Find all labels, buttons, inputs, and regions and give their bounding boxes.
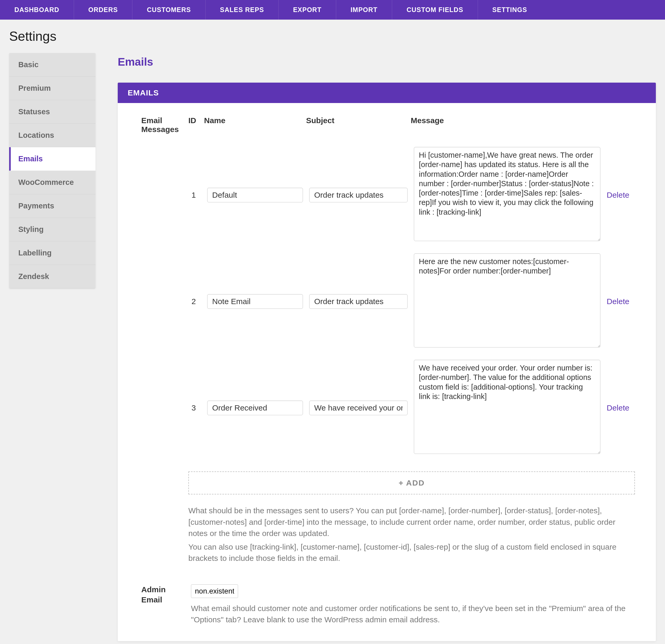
email-message-textarea[interactable] [414, 360, 601, 454]
sidebar-item-woocommerce[interactable]: WooCommerce [9, 171, 95, 194]
email-message-textarea[interactable] [414, 147, 601, 241]
row-id: 2 [188, 248, 204, 354]
email-subject-input[interactable] [309, 188, 407, 202]
sidebar-item-payments[interactable]: Payments [9, 194, 95, 218]
settings-sidebar: BasicPremiumStatusesLocationsEmailsWooCo… [9, 53, 95, 288]
sidebar-item-statuses[interactable]: Statuses [9, 100, 95, 124]
content-area: Emails Emails Email Messages ID Name Sub… [95, 53, 656, 644]
content-title: Emails [118, 56, 656, 68]
sidebar-item-labelling[interactable]: Labelling [9, 241, 95, 265]
email-name-input[interactable] [207, 401, 303, 415]
col-id-header: ID [188, 116, 204, 142]
delete-email-link[interactable]: Delete [607, 191, 629, 199]
email-subject-input[interactable] [309, 294, 407, 309]
email-message-textarea[interactable] [414, 253, 601, 348]
help-text: What should be in the messages sent to u… [188, 505, 635, 564]
email-messages-label: Email Messages [141, 116, 188, 142]
help-text-2: You can also use [tracking-link], [custo… [188, 541, 635, 564]
col-message-header: Message [411, 116, 604, 142]
admin-email-input[interactable] [191, 584, 238, 598]
email-subject-input[interactable] [309, 401, 407, 415]
sidebar-item-basic[interactable]: Basic [9, 53, 95, 77]
add-email-button[interactable]: + ADD [188, 471, 635, 494]
topnav-custom-fields[interactable]: Custom Fields [392, 0, 478, 20]
emails-panel: Emails Email Messages ID Name Subject Me… [118, 83, 656, 641]
top-nav: DashboardOrdersCustomersSales RepsExport… [0, 0, 665, 20]
topnav-settings[interactable]: Settings [478, 0, 542, 20]
topnav-customers[interactable]: Customers [132, 0, 205, 20]
sidebar-item-premium[interactable]: Premium [9, 77, 95, 100]
row-id: 1 [188, 142, 204, 248]
email-row: 1Delete [141, 142, 635, 248]
page-title: Settings [0, 20, 665, 53]
help-text-1: What should be in the messages sent to u… [188, 505, 635, 539]
sidebar-item-locations[interactable]: Locations [9, 124, 95, 147]
email-name-input[interactable] [207, 294, 303, 309]
admin-email-label: Admin Email [141, 584, 183, 605]
delete-email-link[interactable]: Delete [607, 404, 629, 412]
col-name-header: Name [204, 116, 306, 142]
email-messages-table: Email Messages ID Name Subject Message 1… [141, 116, 635, 461]
sidebar-item-styling[interactable]: Styling [9, 218, 95, 241]
panel-header: Emails [118, 83, 656, 103]
email-name-input[interactable] [207, 188, 303, 202]
delete-email-link[interactable]: Delete [607, 297, 629, 306]
sidebar-item-zendesk[interactable]: Zendesk [9, 265, 95, 288]
email-row: 3Delete [141, 354, 635, 461]
topnav-import[interactable]: Import [336, 0, 392, 20]
row-id: 3 [188, 354, 204, 461]
topnav-export[interactable]: Export [279, 0, 336, 20]
topnav-dashboard[interactable]: Dashboard [0, 0, 74, 20]
admin-email-help: What email should customer note and cust… [191, 603, 635, 625]
topnav-sales-reps[interactable]: Sales Reps [206, 0, 279, 20]
sidebar-item-emails[interactable]: Emails [9, 147, 95, 171]
email-row: 2Delete [141, 248, 635, 354]
col-subject-header: Subject [306, 116, 411, 142]
topnav-orders[interactable]: Orders [74, 0, 133, 20]
